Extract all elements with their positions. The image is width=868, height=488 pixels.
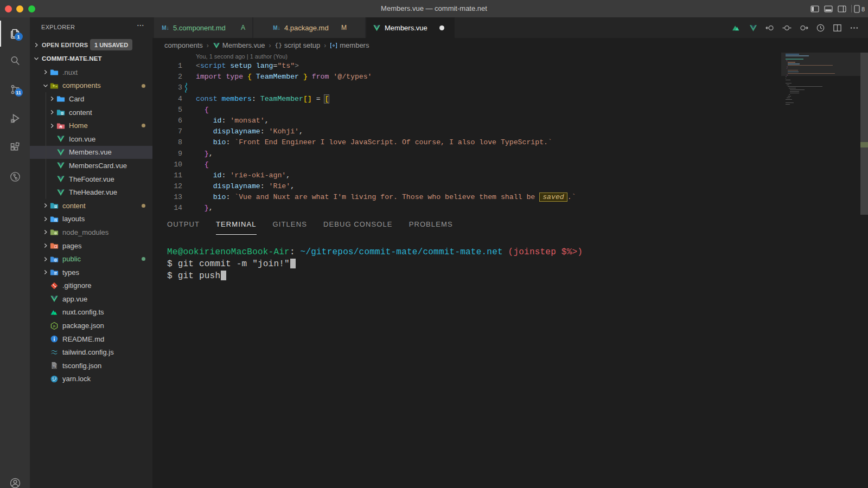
panel-tab-problems[interactable]: PROBLEMS (409, 215, 453, 235)
breadcrumb-item-Members.vue[interactable]: Members.vue (213, 41, 265, 49)
sidebar-more-actions-button[interactable]: ⋯ (137, 21, 145, 29)
panel-tab-gitlens[interactable]: GITLENS (273, 215, 307, 235)
tree-item-nuxt.config.ts[interactable]: nuxt.config.ts (30, 306, 152, 319)
activity-bar-explorer[interactable]: 1 (0, 21, 30, 47)
tree-item-components[interactable]: components (30, 79, 152, 93)
layout-sidebar-left-icon[interactable] (810, 5, 819, 13)
activity-bar-gitlens[interactable] (0, 164, 30, 190)
code-editor[interactable]: You, 1 second ago | 1 author (You) 1<scr… (152, 53, 868, 215)
tree-item-.nuxt[interactable]: .nuxt (30, 66, 152, 79)
tab-Members.vue[interactable]: Members.vue (366, 17, 455, 38)
layout-partial-icon[interactable]: 8 (851, 5, 866, 13)
more-actions-icon[interactable] (850, 23, 859, 33)
tree-item-tailwind.config.js[interactable]: tailwind.config.js (30, 345, 152, 359)
tree-item-README.md[interactable]: README.md (30, 332, 152, 346)
titlebar-layout-actions: 8 (810, 0, 866, 17)
panel-tab-terminal[interactable]: TERMINAL (216, 215, 257, 235)
tree-item-app.vue[interactable]: app.vue (30, 292, 152, 306)
tab-4.package.md[interactable]: M↓4.package.mdM (253, 17, 366, 38)
code-line-5: 5 { (152, 105, 868, 115)
chevron-right-icon (48, 94, 56, 103)
tree-item-node_modules[interactable]: node_modules (30, 226, 152, 239)
open-editors-section-header[interactable]: OPEN EDITORS 1 UNSAVED (30, 39, 152, 51)
line-number: 9 (161, 149, 182, 159)
gitlens-blame-annotation: You, 1 second ago | 1 author (You) (196, 53, 288, 60)
code-line-3: 3 (152, 82, 868, 93)
code-line-2: 2import type { TeamMember } from '@/type… (152, 72, 868, 82)
activity-bar-run-debug[interactable] (0, 105, 30, 131)
window-title: Members.vue — commit-mate.net (0, 0, 868, 17)
tree-item-Icon.vue[interactable]: Icon.vue (30, 132, 152, 146)
tab-git-status: M (337, 24, 347, 31)
file-history-icon[interactable] (816, 23, 825, 33)
minimap[interactable] (781, 53, 860, 215)
activity-bar-extensions[interactable] (0, 134, 30, 160)
panel-tab-debug-console[interactable]: DEBUG CONSOLE (323, 215, 393, 235)
open-changes-next-icon[interactable] (799, 23, 808, 33)
terminal-cursor (290, 259, 296, 268)
tree-item-MembersCard.vue[interactable]: MembersCard.vue (30, 159, 152, 172)
chevron-right-icon (41, 68, 50, 76)
tree-item-Members.vue[interactable]: Members.vue (30, 146, 152, 159)
terminal-output[interactable]: Me@ookirienoMacBook-Air: ~/gitrepos/comm… (167, 246, 583, 282)
vue-icon (373, 24, 381, 32)
breadcrumb-item-members[interactable]: members (330, 41, 369, 49)
code-line-1: 1<script setup lang="ts"> (152, 61, 868, 72)
layout-panel-icon[interactable] (824, 5, 833, 13)
bottom-panel: OUTPUTTERMINALGITLENSDEBUG CONSOLEPROBLE… (152, 215, 868, 488)
workspace-root-header[interactable]: COMMIT-MATE.NET (30, 52, 152, 65)
tree-item-types[interactable]: TStypes (30, 266, 152, 279)
tree-item-Home[interactable]: Home (30, 119, 152, 132)
breadcrumb-item-components[interactable]: components (164, 41, 203, 49)
readme-icon (50, 335, 59, 343)
terminal-cursor (221, 271, 226, 280)
line-number: 14 (161, 203, 182, 214)
layout-sidebar-right-icon[interactable] (838, 5, 846, 13)
code-line-7: 7 displayname: 'Kohji', (152, 126, 868, 137)
nuxt-icon[interactable] (732, 23, 741, 33)
line-number: 5 (161, 105, 182, 115)
editor-scrollbar[interactable] (860, 53, 868, 215)
tree-item-TheFooter.vue[interactable]: TheFooter.vue (30, 172, 152, 186)
vue-volar-icon[interactable] (749, 23, 758, 33)
code-line-10: 10 { (152, 159, 868, 170)
activity-bar: 111 (0, 17, 30, 488)
tree-item-package.json[interactable]: jspackage.json (30, 319, 152, 332)
code-line-11: 11 id: 'rie-oki-agn', (152, 170, 868, 181)
split-editor-icon[interactable] (833, 23, 842, 33)
explorer-sidebar: EXPLORER ⋯ OPEN EDITORS 1 UNSAVED COMMIT… (30, 17, 152, 488)
open-changes-icon[interactable] (782, 23, 792, 33)
line-number: 12 (161, 181, 182, 192)
tab-5.component.md[interactable]: M↓5.component.mdA (154, 17, 253, 38)
tree-item-tsconfig.json[interactable]: TStsconfig.json (30, 359, 152, 373)
tree-item-pages[interactable]: pages (30, 239, 152, 253)
tsconfig-icon: TS (50, 361, 59, 370)
code-line-8: 8 bio: `Front End Engineer I love JavaSc… (152, 137, 868, 148)
activity-bar-source-control[interactable]: 11 (0, 76, 30, 102)
scrollbar-decoration (860, 142, 868, 147)
tree-item-TheHeader.vue[interactable]: TheHeader.vue (30, 185, 152, 199)
tree-item-layouts[interactable]: layouts (30, 213, 152, 226)
tree-item-content[interactable]: content (30, 106, 152, 119)
git-status-dot (142, 204, 145, 208)
folder-nuxt-icon (50, 68, 59, 76)
explorer-badge: 1 (15, 33, 23, 41)
tree-item-yarn.lock[interactable]: yarn.lock (30, 373, 152, 386)
tab-dirty-dot[interactable] (439, 25, 444, 30)
tree-item-public[interactable]: public (30, 252, 152, 266)
open-changes-prev-icon[interactable] (765, 23, 775, 33)
breadcrumb-item-script-setup[interactable]: {}script setup (275, 41, 321, 49)
tree-item-.gitignore[interactable]: .gitignore (30, 279, 152, 293)
git-status-dot (142, 84, 145, 88)
editor-tab-bar: M↓5.component.mdAM↓4.package.mdMMembers.… (152, 17, 868, 38)
panel-tab-output[interactable]: OUTPUT (167, 215, 200, 235)
activity-bar-account[interactable] (0, 470, 30, 488)
activity-bar-search[interactable] (0, 48, 30, 74)
tree-item-content[interactable]: content (30, 199, 152, 213)
line-number: 8 (161, 137, 182, 148)
explorer-icon: 1 (9, 27, 22, 40)
tree-item-Card[interactable]: Card (30, 92, 152, 106)
chevron-right-icon (41, 268, 50, 277)
line-number: 6 (161, 115, 182, 126)
code-line-13: 13 bio: `Vue and Nuxt are what I'm livin… (152, 192, 868, 203)
